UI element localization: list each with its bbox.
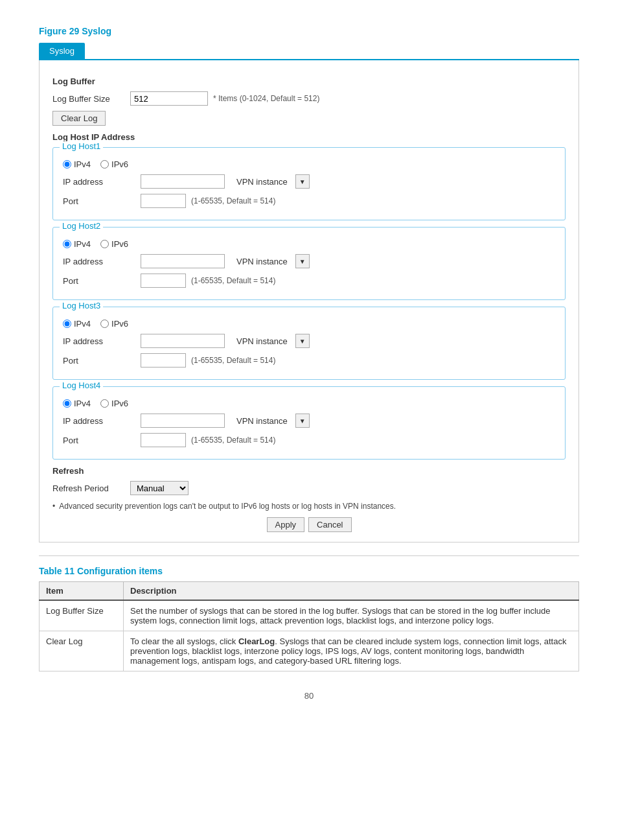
refresh-section-title: Refresh (52, 466, 566, 476)
log-host-4-port-label: Port (63, 436, 141, 445)
log-host-2-ip-row: IP address VPN instance ▼ (63, 254, 555, 268)
log-host-4-vpn-dropdown[interactable]: ▼ (295, 414, 310, 428)
log-host-2-vpn-dropdown[interactable]: ▼ (295, 254, 310, 268)
config-table: Item Description Log Buffer Size Set the… (39, 581, 579, 671)
log-host-4-vpn-label: VPN instance (236, 416, 288, 426)
table-row: Clear Log To clear the all syslogs, clic… (40, 631, 579, 671)
log-host-1-port-label: Port (63, 196, 141, 206)
table-title: Table 11 Configuration items (39, 566, 579, 576)
log-host-2-port-input[interactable] (141, 274, 186, 288)
log-buffer-size-hint: * Items (0-1024, Default = 512) (213, 94, 319, 103)
col-header-item: Item (40, 582, 124, 601)
log-host-2-ipv6-radio[interactable]: IPv6 (100, 239, 128, 249)
log-host-4-ip-label: IP address (63, 416, 141, 426)
log-host-2-ip-input[interactable] (141, 254, 225, 268)
log-host-4-ipv6-radio[interactable]: IPv6 (100, 399, 128, 408)
log-host-1-radio-row: IPv4 IPv6 (63, 159, 555, 169)
table-cell-desc-1: Set the number of syslogs that can be st… (124, 600, 579, 631)
log-host-3-ipv4-radio[interactable]: IPv4 (63, 319, 91, 329)
log-host-3-ip-label: IP address (63, 336, 141, 346)
log-host-3-port-hint: (1-65535, Default = 514) (191, 356, 275, 365)
note-text: Advanced security prevention logs can't … (59, 502, 396, 511)
log-host-1-group: Log Host1 IPv4 IPv6 IP address VPN insta… (52, 147, 566, 220)
log-host-ip-section-title: Log Host IP Address (52, 132, 566, 142)
log-host-3-port-row: Port (1-65535, Default = 514) (63, 353, 555, 368)
page-number: 80 (39, 691, 579, 701)
refresh-period-label: Refresh Period (52, 484, 130, 493)
figure-title: Figure 29 Syslog (39, 26, 579, 36)
log-host-3-group: Log Host3 IPv4 IPv6 IP address VPN insta… (52, 307, 566, 380)
log-host-1-port-input[interactable] (141, 194, 186, 208)
table-row: Log Buffer Size Set the number of syslog… (40, 600, 579, 631)
log-host-2-legend: Log Host2 (60, 221, 103, 231)
log-host-1-ip-row: IP address VPN instance ▼ (63, 174, 555, 189)
log-host-3-ip-row: IP address VPN instance ▼ (63, 334, 555, 348)
log-buffer-section-title: Log Buffer (52, 76, 566, 86)
note-bullet: • (52, 502, 55, 511)
log-buffer-size-input[interactable] (130, 91, 208, 106)
log-host-4-ip-input[interactable] (141, 414, 225, 428)
tab-bar: Syslog (39, 43, 579, 60)
log-buffer-size-row: Log Buffer Size * Items (0-1024, Default… (52, 91, 566, 106)
log-host-1-ip-label: IP address (63, 177, 141, 187)
log-buffer-size-label: Log Buffer Size (52, 94, 130, 104)
table-cell-desc-2: To clear the all syslogs, click ClearLog… (124, 631, 579, 671)
log-host-4-port-row: Port (1-65535, Default = 514) (63, 433, 555, 447)
log-host-1-vpn-dropdown[interactable]: ▼ (295, 174, 310, 189)
log-host-4-port-hint: (1-65535, Default = 514) (191, 436, 275, 445)
log-host-1-ipv4-radio[interactable]: IPv4 (63, 159, 91, 169)
cancel-button[interactable]: Cancel (308, 517, 351, 532)
log-host-4-group: Log Host4 IPv4 IPv6 IP address VPN insta… (52, 386, 566, 460)
log-host-3-radio-row: IPv4 IPv6 (63, 319, 555, 329)
log-host-3-port-label: Port (63, 356, 141, 366)
log-host-1-vpn-label: VPN instance (236, 177, 288, 187)
log-host-3-ipv6-radio[interactable]: IPv6 (100, 319, 128, 329)
log-host-3-vpn-dropdown[interactable]: ▼ (295, 334, 310, 348)
tab-syslog[interactable]: Syslog (39, 43, 85, 59)
table-cell-item-1: Log Buffer Size (40, 600, 124, 631)
clear-log-button[interactable]: Clear Log (52, 111, 106, 126)
note-row: • Advanced security prevention logs can'… (52, 502, 566, 511)
apply-button[interactable]: Apply (267, 517, 305, 532)
log-host-4-ipv4-radio[interactable]: IPv4 (63, 399, 91, 408)
log-host-3-ip-input[interactable] (141, 334, 225, 348)
log-host-1-legend: Log Host1 (60, 141, 103, 151)
log-host-2-group: Log Host2 IPv4 IPv6 IP address VPN insta… (52, 227, 566, 300)
refresh-period-row: Refresh Period Manual 30s 60s 120s (52, 481, 566, 495)
log-host-4-port-input[interactable] (141, 433, 186, 447)
section-divider (39, 555, 579, 556)
log-host-1-ipv6-radio[interactable]: IPv6 (100, 159, 128, 169)
log-host-2-port-label: Port (63, 276, 141, 286)
log-host-3-port-input[interactable] (141, 353, 186, 368)
form-panel: Log Buffer Log Buffer Size * Items (0-10… (39, 60, 579, 542)
log-host-2-port-hint: (1-65535, Default = 514) (191, 276, 275, 285)
log-host-4-ip-row: IP address VPN instance ▼ (63, 414, 555, 428)
log-host-3-legend: Log Host3 (60, 301, 103, 310)
log-host-4-legend: Log Host4 (60, 380, 103, 390)
table-cell-item-2: Clear Log (40, 631, 124, 671)
log-host-1-ip-input[interactable] (141, 174, 225, 189)
log-host-2-port-row: Port (1-65535, Default = 514) (63, 274, 555, 288)
action-row: Apply Cancel (52, 517, 566, 532)
log-host-2-radio-row: IPv4 IPv6 (63, 239, 555, 249)
log-host-2-ipv4-radio[interactable]: IPv4 (63, 239, 91, 249)
log-host-3-vpn-label: VPN instance (236, 336, 288, 346)
col-header-description: Description (124, 582, 579, 601)
log-host-1-port-hint: (1-65535, Default = 514) (191, 196, 275, 205)
log-host-2-ip-label: IP address (63, 257, 141, 266)
log-host-1-port-row: Port (1-65535, Default = 514) (63, 194, 555, 208)
refresh-period-select[interactable]: Manual 30s 60s 120s (130, 481, 189, 495)
log-host-4-radio-row: IPv4 IPv6 (63, 399, 555, 408)
log-host-2-vpn-label: VPN instance (236, 257, 288, 266)
